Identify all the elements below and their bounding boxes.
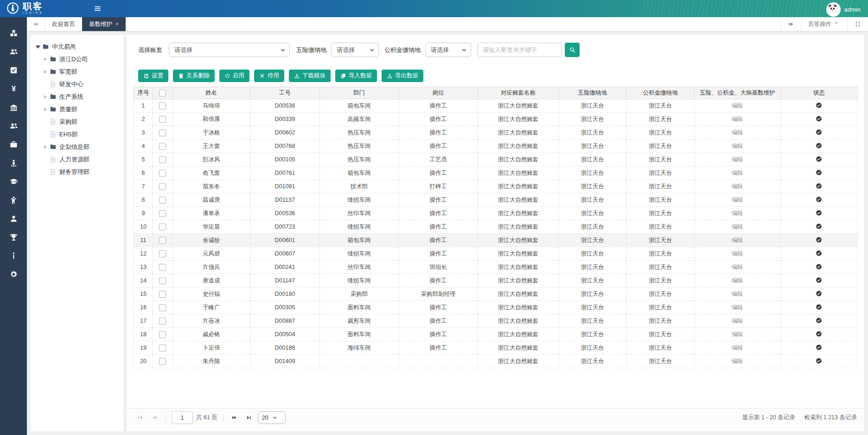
table-row[interactable]: 20朱丹陈D01409浙江大自然账套浙江天台浙江天台编辑 bbox=[134, 355, 858, 368]
street-view-icon[interactable] bbox=[0, 154, 27, 172]
table-row[interactable]: 18戚必铬D00504面料车间操作工浙江大自然账套浙江天台浙江天台编辑 bbox=[134, 328, 858, 341]
page-number-input[interactable] bbox=[172, 411, 193, 424]
edit-link[interactable]: 编辑 bbox=[732, 277, 743, 284]
table-row[interactable]: 11余诚纷D00601箱包车间操作工浙江大自然账套浙江天台浙江天台编辑 bbox=[134, 234, 858, 247]
group-icon[interactable] bbox=[0, 116, 27, 135]
row-checkbox[interactable] bbox=[159, 291, 166, 298]
table-row[interactable]: 19卜定倍D00186海绵车间操作工浙江大自然账套浙江天台浙江天台编辑 bbox=[134, 341, 858, 355]
row-checkbox[interactable] bbox=[159, 237, 166, 244]
edit-link[interactable]: 编辑 bbox=[732, 183, 743, 190]
relation-delete-button[interactable]: 关系删除 bbox=[173, 70, 215, 82]
table-row[interactable]: 12元凤碧D00607缝纫车间操作工浙江大自然账套浙江天台浙江天台编辑 bbox=[134, 247, 858, 261]
info-icon[interactable] bbox=[0, 246, 27, 265]
row-checkbox[interactable] bbox=[159, 183, 166, 190]
caret-collapsed-icon[interactable] bbox=[43, 69, 49, 75]
edit-link[interactable]: 编辑 bbox=[732, 237, 743, 243]
table-row[interactable]: 3于冰根D00602热压车间操作工浙江大自然账套浙江天台浙江天台编辑 bbox=[134, 126, 858, 140]
caret-expanded-icon[interactable] bbox=[35, 44, 42, 50]
user-icon[interactable] bbox=[0, 209, 27, 228]
table-row[interactable]: 16于峰广D00305面料车间操作工浙江大自然账套浙江天台浙江天台编辑 bbox=[134, 301, 858, 314]
table-row[interactable]: 13方佃兵D00241丝印车间班组长浙江大自然账套浙江天台浙江天台编辑 bbox=[134, 261, 858, 274]
row-checkbox[interactable] bbox=[159, 318, 166, 325]
tree-item[interactable]: 中元易尚 bbox=[31, 40, 123, 53]
hamburger-menu-icon[interactable] bbox=[94, 5, 102, 13]
select-all-checkbox[interactable] bbox=[159, 90, 166, 96]
search-input[interactable] bbox=[478, 43, 562, 57]
edit-link[interactable]: 编辑 bbox=[732, 116, 743, 122]
row-checkbox[interactable] bbox=[159, 156, 166, 163]
row-checkbox[interactable] bbox=[159, 250, 166, 257]
table-row[interactable]: 8昌诚庚D01137缝纫车间操作工浙江大自然账套浙江天台浙江天台编辑 bbox=[134, 193, 858, 207]
cubes-icon[interactable] bbox=[0, 24, 27, 42]
search-button[interactable] bbox=[565, 43, 580, 57]
page-operations-dropdown[interactable]: 页签操作 bbox=[801, 17, 847, 31]
export-data-button[interactable]: 导出数据 bbox=[382, 70, 423, 82]
briefcase-icon[interactable] bbox=[0, 135, 27, 154]
edit-link[interactable]: 编辑 bbox=[732, 250, 743, 257]
tree-item[interactable]: 企划信息部 bbox=[31, 141, 123, 153]
edit-link[interactable]: 编辑 bbox=[732, 291, 743, 297]
user-menu[interactable]: admin bbox=[826, 2, 861, 17]
row-checkbox[interactable] bbox=[159, 102, 166, 109]
tree-item[interactable]: 军需部 bbox=[31, 65, 123, 78]
row-checkbox[interactable] bbox=[159, 197, 166, 204]
table-row[interactable]: 6俞飞蕾D00761箱包车间操作工浙江大自然账套浙江天台浙江天台编辑 bbox=[134, 166, 858, 180]
trophy-icon[interactable] bbox=[0, 228, 27, 246]
group-icon[interactable] bbox=[0, 42, 27, 61]
edit-link[interactable]: 编辑 bbox=[732, 143, 743, 149]
table-row[interactable]: 15史付福D00180采购部采购部副经理浙江大自然账套浙江天台浙江天台编辑 bbox=[134, 288, 858, 301]
table-row[interactable]: 17方蓓冰D00887裁剪车间操作工浙江大自然账套浙江天台浙江天台编辑 bbox=[134, 314, 858, 328]
tree-item[interactable]: EHS部 bbox=[31, 128, 123, 141]
table-row[interactable]: 7苗东冬D01091技术部打样工浙江大自然账套浙江天台浙江天台编辑 bbox=[134, 180, 858, 193]
row-checkbox[interactable] bbox=[159, 345, 166, 352]
table-row[interactable]: 2和倍厚D00339高频车间操作工浙江大自然账套浙江天台浙江天台编辑 bbox=[134, 113, 858, 126]
edit-link[interactable]: 编辑 bbox=[732, 129, 743, 136]
caret-collapsed-icon[interactable] bbox=[43, 56, 49, 63]
check-square-icon[interactable] bbox=[0, 61, 27, 79]
yuan-icon[interactable]: ¥ bbox=[0, 79, 27, 98]
row-checkbox[interactable] bbox=[159, 224, 166, 230]
fund-place-select[interactable]: 请选择 bbox=[425, 43, 471, 57]
next-page-button[interactable] bbox=[229, 412, 240, 423]
row-checkbox[interactable] bbox=[159, 210, 166, 217]
caret-collapsed-icon[interactable] bbox=[43, 144, 49, 150]
last-page-button[interactable] bbox=[243, 412, 255, 423]
row-checkbox[interactable] bbox=[159, 304, 166, 311]
bank-icon[interactable] bbox=[0, 98, 27, 116]
tab-scroll-right-button[interactable] bbox=[780, 17, 801, 31]
table-row[interactable]: 10华定晨D00723缝纫车间操作工浙江大自然账套浙江天台浙江天台编辑 bbox=[134, 220, 858, 234]
edit-link[interactable]: 编辑 bbox=[732, 304, 743, 311]
edit-link[interactable]: 编辑 bbox=[732, 318, 743, 324]
row-checkbox[interactable] bbox=[159, 143, 166, 150]
edit-link[interactable]: 编辑 bbox=[732, 331, 743, 338]
table-row[interactable]: 4王大蕾D00768热压车间操作工浙江大自然账套浙江天台浙江天台编辑 bbox=[134, 140, 858, 153]
table-row[interactable]: 14唐道成D01147缝纫车间操作工浙江大自然账套浙江天台浙江天台编辑 bbox=[134, 274, 858, 288]
tree-item[interactable]: 质量部 bbox=[31, 103, 123, 115]
caret-collapsed-icon[interactable] bbox=[43, 106, 49, 113]
settings-button[interactable]: 设置 bbox=[138, 70, 168, 82]
fullscreen-button[interactable] bbox=[847, 17, 868, 31]
graduation-cap-icon[interactable] bbox=[0, 172, 27, 191]
edit-link[interactable]: 编辑 bbox=[732, 170, 743, 176]
tab-0[interactable]: 欢迎首页 bbox=[45, 17, 82, 31]
edit-link[interactable]: 编辑 bbox=[732, 102, 743, 109]
cogs-icon[interactable] bbox=[0, 265, 27, 283]
table-row[interactable]: 1马纯倍D00538箱包车间操作工浙江大自然账套浙江天台浙江天台编辑 bbox=[134, 99, 858, 113]
row-checkbox[interactable] bbox=[159, 129, 166, 136]
tree-item[interactable]: 人力资源部 bbox=[31, 153, 123, 166]
table-row[interactable]: 9潘寒承D00536丝印车间操作工浙江大自然账套浙江天台浙江天台编辑 bbox=[134, 207, 858, 220]
tab-close-icon[interactable]: × bbox=[115, 21, 119, 27]
enable-button[interactable]: 启用 bbox=[219, 70, 249, 82]
row-checkbox[interactable] bbox=[159, 170, 166, 177]
prev-page-button[interactable] bbox=[149, 412, 160, 423]
disable-button[interactable]: 停用 bbox=[254, 70, 284, 82]
tab-1[interactable]: 基数维护× bbox=[82, 17, 126, 31]
caret-collapsed-icon[interactable] bbox=[43, 94, 49, 100]
row-checkbox[interactable] bbox=[159, 331, 166, 338]
account-select[interactable]: 请选择 bbox=[169, 43, 290, 57]
edit-link[interactable]: 编辑 bbox=[732, 224, 743, 230]
row-checkbox[interactable] bbox=[159, 264, 166, 271]
edit-link[interactable]: 编辑 bbox=[732, 345, 743, 351]
edit-link[interactable]: 编辑 bbox=[732, 264, 743, 270]
row-checkbox[interactable] bbox=[159, 277, 166, 284]
